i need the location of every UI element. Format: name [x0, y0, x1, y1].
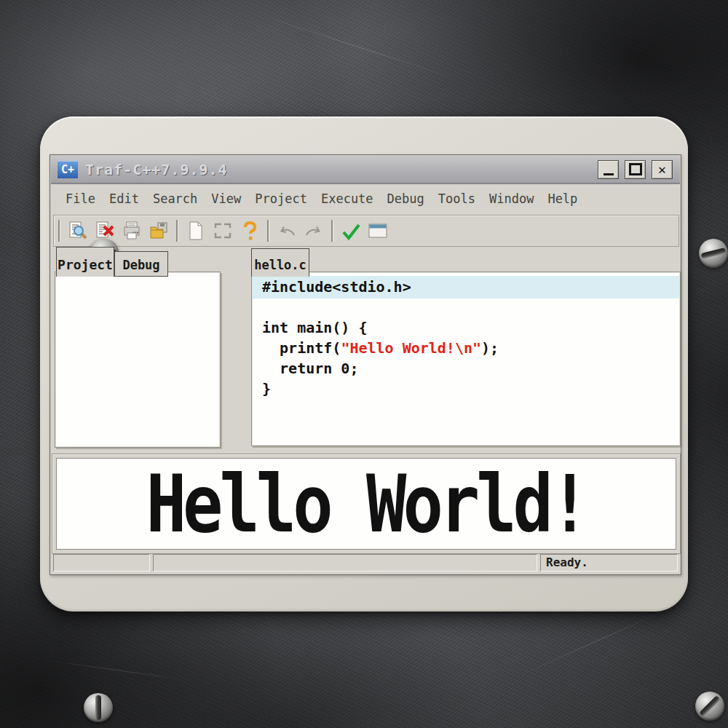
toolbar-separator [267, 220, 269, 242]
menu-item-window[interactable]: Window [489, 191, 534, 206]
print-button[interactable] [118, 218, 145, 244]
title-bar: C+ Traf-C++7.9.9.4 ✕ [51, 156, 680, 184]
new-file-button[interactable] [182, 218, 209, 244]
find-in-file-icon [68, 221, 88, 241]
screw-bottom-right [695, 692, 724, 721]
toolbar-separator [176, 220, 178, 242]
metal-plate: C+ Traf-C++7.9.9.4 ✕ File Edit Search Vi… [40, 116, 688, 612]
undo-icon [277, 221, 297, 241]
toolbar [53, 215, 679, 247]
toolbar-separator [58, 220, 60, 242]
close-icon: ✕ [658, 163, 666, 176]
redo-icon [304, 221, 324, 241]
undo-button[interactable] [273, 218, 300, 244]
status-cell-middle [153, 554, 537, 571]
tab-hello-c[interactable]: hello.c [251, 248, 309, 277]
save-project-button[interactable] [145, 218, 172, 244]
code-line-main: int main() { [252, 317, 680, 338]
close-button[interactable]: ✕ [652, 160, 673, 179]
project-tree-panel[interactable] [55, 272, 221, 448]
find-in-file-button[interactable] [64, 218, 91, 244]
status-cell-ready: Ready. [540, 554, 678, 571]
code-content: #include<stdio.h> int main() { printf("H… [252, 272, 680, 399]
maximize-button[interactable] [625, 160, 646, 179]
menu-item-help[interactable]: Help [547, 191, 577, 206]
code-editor[interactable]: #include<stdio.h> int main() { printf("H… [251, 272, 681, 446]
app-window: C+ Traf-C++7.9.9.4 ✕ File Edit Search Vi… [50, 154, 681, 575]
scene-background: C+ Traf-C++7.9.9.4 ✕ File Edit Search Vi… [0, 0, 728, 728]
print-icon [122, 221, 142, 241]
tile-windows-icon [213, 221, 233, 241]
code-line-printf: printf("Hello World!\n"); [252, 338, 680, 358]
menu-item-file[interactable]: File [66, 191, 95, 206]
toolbar-separator [331, 220, 333, 242]
menu-bar: File Edit Search View Project Execute De… [51, 184, 680, 213]
tab-project[interactable]: Project [56, 247, 114, 277]
save-project-icon [149, 221, 169, 241]
menu-item-view[interactable]: View [211, 191, 241, 206]
window-title: Traf-C++7.9.9.4 [85, 161, 598, 178]
minimize-icon [604, 173, 614, 175]
tab-debug[interactable]: Debug [114, 251, 168, 277]
code-line-return: return 0; [252, 358, 680, 379]
menu-item-edit[interactable]: Edit [109, 191, 139, 206]
code-printf-post: ); [481, 339, 499, 357]
build-check-button[interactable] [337, 218, 364, 244]
code-line-include: #include<stdio.h> [252, 276, 680, 298]
new-file-icon [186, 221, 206, 241]
window-controls: ✕ [598, 160, 673, 179]
code-line-brace: } [252, 379, 680, 399]
menu-item-tools[interactable]: Tools [438, 191, 475, 206]
output-screen: Hello World! [56, 458, 676, 550]
scratch-line [245, 10, 454, 79]
help-button[interactable] [236, 218, 263, 244]
menu-item-execute[interactable]: Execute [321, 191, 373, 206]
close-file-icon [95, 221, 115, 241]
menu-item-search[interactable]: Search [153, 191, 197, 206]
run-program-button[interactable] [364, 218, 391, 244]
code-line-blank [252, 298, 680, 317]
code-string-literal: "Hello World!\n" [341, 339, 481, 357]
help-icon [240, 221, 260, 241]
app-icon: C+ [58, 161, 78, 178]
screw-bottom-left [84, 693, 113, 722]
output-panel: Hello World! [52, 454, 681, 554]
minimize-button[interactable] [598, 160, 619, 179]
run-program-icon [367, 221, 389, 241]
maximize-icon [629, 163, 642, 175]
screw-top-right [699, 239, 728, 268]
code-printf-pre: printf( [262, 339, 341, 357]
scratch-line [517, 605, 677, 677]
menu-item-debug[interactable]: Debug [387, 191, 424, 206]
scratch-line [44, 660, 189, 681]
redo-button[interactable] [300, 218, 327, 244]
status-cell-left [53, 554, 150, 571]
tile-windows-button[interactable] [209, 218, 236, 244]
build-check-icon [341, 221, 361, 241]
output-text: Hello World! [146, 458, 587, 550]
status-bar: Ready. [50, 554, 681, 573]
menu-item-project[interactable]: Project [255, 191, 307, 206]
